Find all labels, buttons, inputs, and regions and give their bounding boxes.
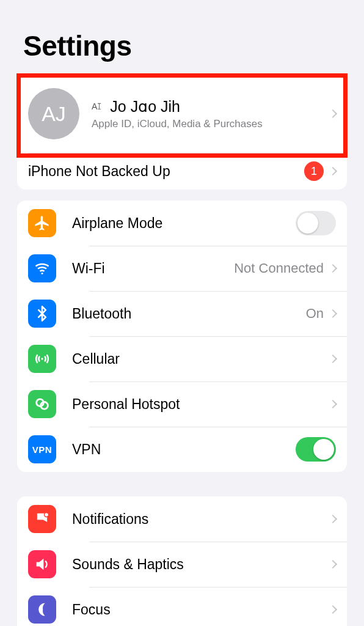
bluetooth-label: Bluetooth — [72, 306, 301, 322]
vpn-icon: VPN — [28, 435, 56, 463]
bluetooth-value: On — [306, 306, 324, 322]
row-backup-warning[interactable]: iPhone Not Backed Up 1 — [17, 153, 347, 190]
airplane-toggle[interactable] — [296, 211, 336, 235]
chevron-icon — [329, 109, 337, 118]
section-system: Notifications Sounds & Haptics Focus Scr… — [17, 496, 347, 626]
wifi-icon — [28, 254, 56, 282]
badge-count: 1 — [304, 161, 324, 181]
wifi-value: Not Connected — [234, 260, 324, 276]
backup-label: iPhone Not Backed Up — [28, 163, 299, 180]
profile-subtitle: Apple ID, iCloud, Media & Purchases — [92, 118, 324, 130]
svg-point-4 — [45, 513, 49, 517]
chevron-icon — [329, 264, 337, 273]
svg-point-0 — [41, 273, 43, 274]
chevron-icon — [329, 560, 337, 569]
row-wifi[interactable]: Wi-Fi Not Connected — [17, 246, 347, 291]
focus-label: Focus — [72, 602, 324, 618]
row-vpn[interactable]: VPN VPN — [17, 427, 347, 472]
row-bluetooth[interactable]: Bluetooth On — [17, 291, 347, 336]
notifications-icon — [28, 505, 56, 533]
row-sounds[interactable]: Sounds & Haptics — [17, 542, 347, 587]
svg-point-1 — [41, 358, 43, 359]
row-hotspot[interactable]: Personal Hotspot — [17, 381, 347, 427]
airplane-label: Airplane Mode — [72, 215, 291, 232]
cellular-label: Cellular — [72, 351, 324, 367]
name-prefix: Aꕯ — [92, 101, 101, 112]
chevron-icon — [329, 515, 337, 523]
airplane-icon — [28, 209, 56, 237]
vpn-toggle[interactable] — [296, 437, 336, 462]
wifi-label: Wi-Fi — [72, 260, 229, 277]
row-airplane-mode[interactable]: Airplane Mode — [17, 201, 347, 246]
profile-name: Jo Jɑo Jih — [110, 98, 180, 116]
chevron-icon — [329, 309, 337, 318]
focus-icon — [28, 595, 56, 624]
hotspot-label: Personal Hotspot — [72, 396, 324, 413]
vpn-label: VPN — [72, 441, 291, 458]
sounds-label: Sounds & Haptics — [72, 556, 324, 573]
sounds-icon — [28, 550, 56, 578]
row-focus[interactable]: Focus — [17, 587, 347, 626]
section-profile: AJ Aꕯ Jo Jɑo Jih Apple ID, iCloud, Media… — [17, 76, 347, 190]
page-title: Settings — [0, 0, 364, 68]
cellular-icon — [28, 345, 56, 373]
bluetooth-icon — [28, 300, 56, 328]
chevron-icon — [329, 355, 337, 363]
chevron-icon — [329, 605, 337, 614]
section-network: Airplane Mode Wi-Fi Not Connected Blueto… — [17, 201, 347, 472]
row-apple-id[interactable]: AJ Aꕯ Jo Jɑo Jih Apple ID, iCloud, Media… — [17, 76, 347, 153]
profile-text: Aꕯ Jo Jɑo Jih Apple ID, iCloud, Media & … — [92, 98, 324, 130]
row-cellular[interactable]: Cellular — [17, 336, 347, 381]
chevron-icon — [329, 400, 337, 408]
avatar: AJ — [28, 88, 79, 139]
row-notifications[interactable]: Notifications — [17, 496, 347, 542]
notifications-label: Notifications — [72, 511, 324, 528]
chevron-icon — [329, 167, 337, 175]
hotspot-icon — [28, 390, 56, 418]
